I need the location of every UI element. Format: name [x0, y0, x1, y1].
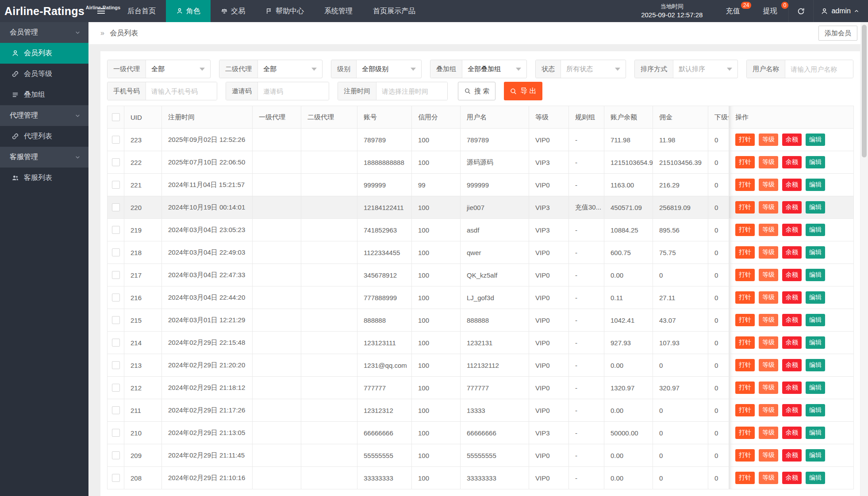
filter-input[interactable]: [258, 82, 329, 100]
filter-input[interactable]: [376, 82, 447, 100]
edit-button[interactable]: 编辑: [806, 179, 825, 191]
balance-button[interactable]: 余额: [782, 224, 802, 236]
row-checkbox[interactable]: [112, 226, 120, 234]
edit-button[interactable]: 编辑: [806, 291, 825, 304]
balance-button[interactable]: 余额: [782, 336, 802, 349]
sidebar-item[interactable]: 叠加组: [0, 84, 88, 105]
filter-select[interactable]: 全部: [258, 60, 322, 78]
inject-button[interactable]: 打针: [735, 246, 755, 259]
hamburger-icon[interactable]: [91, 0, 111, 22]
select-all-checkbox[interactable]: [112, 113, 120, 121]
balance-button[interactable]: 余额: [782, 269, 802, 281]
row-checkbox[interactable]: [112, 361, 120, 369]
nav-item[interactable]: 系统管理: [314, 0, 363, 22]
level-button[interactable]: 等级: [759, 359, 778, 371]
balance-button[interactable]: 余额: [782, 291, 802, 304]
edit-button[interactable]: 编辑: [806, 314, 825, 326]
row-checkbox[interactable]: [112, 474, 120, 482]
inject-button[interactable]: 打针: [735, 449, 755, 462]
search-button[interactable]: 搜 索: [458, 82, 495, 100]
balance-button[interactable]: 余额: [782, 449, 802, 462]
level-button[interactable]: 等级: [759, 472, 778, 484]
row-checkbox[interactable]: [112, 339, 120, 347]
nav-item[interactable]: 后台首页: [117, 0, 166, 22]
balance-button[interactable]: 余额: [782, 134, 802, 146]
row-checkbox[interactable]: [112, 248, 120, 256]
balance-button[interactable]: 余额: [782, 179, 802, 191]
edit-button[interactable]: 编辑: [806, 156, 825, 168]
inject-button[interactable]: 打针: [735, 336, 755, 349]
row-checkbox[interactable]: [112, 406, 120, 414]
row-checkbox[interactable]: [112, 136, 120, 144]
level-button[interactable]: 等级: [759, 269, 778, 281]
filter-select[interactable]: 全部: [146, 60, 210, 78]
balance-button[interactable]: 余额: [782, 201, 802, 214]
sidebar-section-header[interactable]: 会员管理: [0, 22, 88, 43]
nav-item[interactable]: 帮助中心: [255, 0, 314, 22]
edit-button[interactable]: 编辑: [806, 269, 825, 281]
level-button[interactable]: 等级: [759, 336, 778, 349]
row-checkbox[interactable]: [112, 203, 120, 211]
balance-button[interactable]: 余额: [782, 404, 802, 416]
row-checkbox[interactable]: [112, 181, 120, 189]
balance-button[interactable]: 余额: [782, 382, 802, 394]
inject-button[interactable]: 打针: [735, 201, 755, 214]
inject-button[interactable]: 打针: [735, 224, 755, 236]
edit-button[interactable]: 编辑: [806, 404, 825, 416]
sidebar-item[interactable]: 代理列表: [0, 126, 88, 147]
sidebar-item[interactable]: 会员等级: [0, 64, 88, 84]
level-button[interactable]: 等级: [759, 179, 778, 191]
inject-button[interactable]: 打针: [735, 404, 755, 416]
balance-button[interactable]: 余额: [782, 314, 802, 326]
nav-item[interactable]: 首页展示产品: [363, 0, 426, 22]
level-button[interactable]: 等级: [759, 291, 778, 304]
inject-button[interactable]: 打针: [735, 472, 755, 484]
sidebar-section-header[interactable]: 代理管理: [0, 105, 88, 126]
balance-button[interactable]: 余额: [782, 156, 802, 168]
edit-button[interactable]: 编辑: [806, 382, 825, 394]
balance-button[interactable]: 余额: [782, 246, 802, 259]
level-button[interactable]: 等级: [759, 427, 778, 439]
withdraw-button[interactable]: 提现 0: [757, 7, 783, 16]
recharge-button[interactable]: 充值 24: [719, 7, 746, 16]
level-button[interactable]: 等级: [759, 134, 778, 146]
edit-button[interactable]: 编辑: [806, 336, 825, 349]
filter-select[interactable]: 全部级别: [357, 60, 421, 78]
refresh-icon[interactable]: [788, 0, 813, 22]
row-checkbox[interactable]: [112, 384, 120, 392]
row-checkbox[interactable]: [112, 158, 120, 166]
balance-button[interactable]: 余额: [782, 472, 802, 484]
balance-button[interactable]: 余额: [782, 427, 802, 439]
level-button[interactable]: 等级: [759, 404, 778, 416]
row-checkbox[interactable]: [112, 451, 120, 459]
level-button[interactable]: 等级: [759, 314, 778, 326]
row-checkbox[interactable]: [112, 294, 120, 301]
row-checkbox[interactable]: [112, 316, 120, 324]
inject-button[interactable]: 打针: [735, 291, 755, 304]
inject-button[interactable]: 打针: [735, 359, 755, 371]
filter-select[interactable]: 默认排序: [673, 60, 737, 78]
user-menu[interactable]: admin: [813, 0, 868, 22]
filter-input[interactable]: [785, 60, 853, 78]
edit-button[interactable]: 编辑: [806, 201, 825, 214]
scrollbar-thumb[interactable]: [862, 25, 867, 157]
level-button[interactable]: 等级: [759, 449, 778, 462]
row-checkbox[interactable]: [112, 271, 120, 279]
row-checkbox[interactable]: [112, 429, 120, 437]
nav-item[interactable]: 角色: [166, 0, 211, 22]
edit-button[interactable]: 编辑: [806, 359, 825, 371]
sidebar-section-header[interactable]: 客服管理: [0, 147, 88, 168]
edit-button[interactable]: 编辑: [806, 134, 825, 146]
filter-select[interactable]: 全部叠加组: [462, 60, 526, 78]
sidebar-item[interactable]: 客服列表: [0, 168, 88, 188]
edit-button[interactable]: 编辑: [806, 246, 825, 259]
level-button[interactable]: 等级: [759, 246, 778, 259]
inject-button[interactable]: 打针: [735, 427, 755, 439]
inject-button[interactable]: 打针: [735, 156, 755, 168]
level-button[interactable]: 等级: [759, 382, 778, 394]
edit-button[interactable]: 编辑: [806, 472, 825, 484]
add-member-button[interactable]: 添加会员: [818, 26, 857, 41]
export-button[interactable]: 导 出: [504, 82, 542, 100]
edit-button[interactable]: 编辑: [806, 427, 825, 439]
filter-select[interactable]: 所有状态: [561, 60, 626, 78]
